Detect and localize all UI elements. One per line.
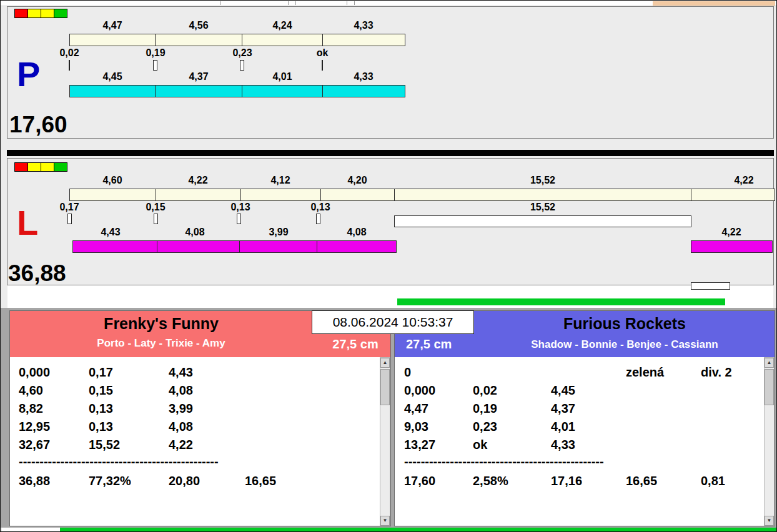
split-tick — [67, 214, 72, 224]
p-indicator-yellow-1 — [27, 9, 41, 18]
p-top-bar-label: 4,33 — [339, 20, 388, 31]
titlebar-tick — [288, 1, 289, 5]
result-cell: 13,27 — [404, 438, 435, 452]
result-cell: 0,15 — [89, 383, 113, 398]
l-top-bar-segment — [156, 189, 241, 201]
p-letter: P — [17, 57, 40, 92]
summary-cell: 36,88 — [19, 474, 50, 488]
l-right-bar-label: 4,22 — [706, 227, 756, 238]
l-indicator-yellow-2 — [41, 162, 54, 172]
l-indicator-red — [14, 162, 28, 172]
right-team-members: Shadow - Bonnie - Benjee - Cassiann — [473, 338, 775, 351]
l-bottom-bar-label: 4,08 — [170, 227, 220, 238]
summary-cell: 16,65 — [245, 474, 276, 488]
result-cell: ok — [473, 438, 487, 452]
l-top-bar-label: 4,60 — [87, 175, 137, 186]
summary-cell: 17,16 — [551, 474, 582, 488]
result-cell: 4,33 — [551, 438, 575, 452]
l-split-label: 0,13 — [295, 202, 345, 213]
split-tick — [69, 60, 70, 71]
l-letter: L — [17, 205, 38, 240]
l-top-bar-label: 4,22 — [173, 175, 223, 186]
summary-cell: 0,81 — [701, 474, 725, 488]
p-split-label: 0,23 — [217, 47, 267, 59]
result-cell: 9,03 — [404, 420, 428, 434]
titlebar-tick — [220, 1, 221, 5]
right-scrollbar[interactable]: ▲ ▼ — [764, 357, 775, 526]
datetime-box: 08.06.2024 10:53:37 — [312, 310, 474, 334]
left-team-height: 27,5 cm — [322, 337, 388, 352]
right-team-height: 27,5 cm — [406, 337, 472, 352]
mini-bar — [691, 282, 730, 290]
status-cell: div. 2 — [701, 365, 732, 380]
summary-cell: 2,58% — [473, 474, 508, 488]
split-tick — [154, 214, 158, 224]
l-top-bar-label: 15,52 — [518, 175, 568, 186]
right-team-panel: Furious Rockets 27,5 cm Shadow - Bonnie … — [394, 310, 775, 526]
p-top-bar-label: 4,47 — [87, 20, 137, 31]
p-indicator-yellow-2 — [41, 9, 54, 18]
titlebar — [1, 1, 776, 6]
l-indicator-green — [54, 162, 67, 172]
result-cell: 8,82 — [19, 401, 43, 416]
result-cell: 0,13 — [89, 401, 113, 416]
l-top-bar-label: 4,22 — [719, 175, 769, 186]
result-cell: 4,47 — [404, 401, 428, 416]
left-scrollbar[interactable]: ▲ ▼ — [380, 357, 390, 526]
l-time-bar-segment — [239, 240, 317, 253]
green-progress-bar — [397, 298, 725, 305]
l-time-bar-segment — [317, 240, 397, 253]
l-time-bar-segment — [691, 240, 773, 253]
l-time-bar-segment — [72, 240, 157, 253]
scrollbar-thumb[interactable] — [765, 369, 774, 405]
divider-line: ----------------------------------------… — [19, 455, 219, 469]
p-time-bar-segment — [322, 85, 405, 97]
l-top-bar-label: 4,12 — [255, 175, 305, 186]
l-top-bar-label: 4,20 — [332, 175, 382, 186]
result-cell: 3,99 — [169, 401, 193, 416]
titlebar-accent — [653, 1, 775, 6]
result-cell: 4,08 — [169, 383, 193, 398]
scroll-up-icon[interactable]: ▲ — [380, 358, 390, 368]
p-time-bar-segment — [155, 85, 242, 97]
l-split-label: 0,17 — [44, 202, 94, 213]
bottom-left-strip — [2, 528, 60, 532]
result-cell: 4,22 — [169, 438, 193, 452]
result-cell: 4,45 — [551, 383, 575, 398]
l-top-bar-segment — [320, 189, 395, 201]
p-split-label: 0,02 — [44, 47, 94, 59]
p-top-bar-segment — [155, 34, 242, 46]
l-bottom-bar-label: 4,43 — [86, 227, 136, 238]
status-cell: zelená — [626, 365, 664, 380]
p-top-bar-label: 4,24 — [257, 20, 307, 31]
result-cell: 0,000 — [19, 365, 50, 380]
p-top-bar-label: 4,56 — [174, 20, 224, 31]
p-split-label: 0,19 — [131, 47, 181, 59]
l-total-time: 36,88 — [8, 262, 66, 285]
result-cell: 4,60 — [19, 383, 43, 398]
result-cell: 4,37 — [551, 401, 575, 416]
scroll-up-icon[interactable]: ▲ — [765, 358, 774, 368]
result-cell: 0,000 — [404, 383, 435, 398]
l-top-bar-segment — [240, 189, 321, 201]
p-bottom-bar-label: 4,37 — [174, 71, 224, 82]
titlebar-tick — [295, 1, 296, 5]
p-bottom-bar-label: 4,33 — [339, 71, 388, 82]
l-time-bar-segment — [157, 240, 240, 253]
titlebar-tick — [354, 1, 355, 5]
scroll-down-icon[interactable]: ▼ — [380, 516, 390, 526]
l-long-split-label: 15,52 — [518, 202, 568, 213]
l-top-bar-segment — [394, 189, 691, 201]
l-long-segment-bar — [394, 215, 691, 227]
left-team-panel: Frenky's Funny Porto - Laty - Trixie - A… — [9, 310, 391, 526]
status-cell: 0 — [404, 365, 411, 380]
scroll-down-icon[interactable]: ▼ — [765, 516, 774, 526]
scrollbar-thumb[interactable] — [380, 369, 390, 405]
p-indicator-green — [54, 9, 67, 18]
result-cell: 12,95 — [19, 420, 50, 434]
result-cell: 0,17 — [89, 365, 113, 380]
summary-cell: 16,65 — [626, 474, 657, 488]
summary-cell: 20,80 — [169, 474, 200, 488]
summary-cell: 77,32% — [89, 474, 131, 488]
result-cell: 0,13 — [89, 420, 113, 434]
